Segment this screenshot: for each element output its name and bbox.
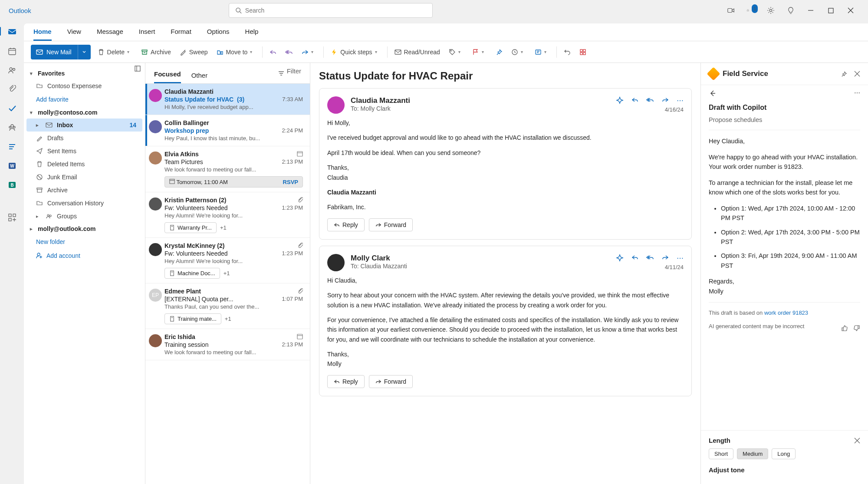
new-folder-link[interactable]: New folder bbox=[24, 235, 145, 249]
msg-forward-icon[interactable] bbox=[662, 254, 669, 262]
length-short[interactable]: Short bbox=[709, 448, 733, 459]
folder-groups[interactable]: ▸Groups bbox=[24, 210, 145, 223]
panel-pin-icon[interactable] bbox=[841, 71, 847, 77]
msg-forward-icon[interactable] bbox=[662, 96, 669, 105]
rail-apps-icon[interactable] bbox=[8, 214, 16, 221]
archive-button[interactable]: Archive bbox=[139, 49, 173, 56]
account-header-0[interactable]: ▾molly@contoso.com bbox=[24, 106, 145, 119]
forward-button[interactable]: Forward bbox=[369, 218, 413, 231]
search-box[interactable] bbox=[229, 3, 433, 18]
folder-sent-items[interactable]: Sent Items bbox=[24, 145, 145, 158]
msg-reply-all-icon[interactable] bbox=[646, 254, 654, 262]
forward-button[interactable]: Forward bbox=[369, 375, 413, 388]
message-item[interactable]: ▸Collin BallingerWorkshop prep2:24 PMHey… bbox=[145, 115, 310, 146]
folder-junk-email[interactable]: Junk Email bbox=[24, 171, 145, 184]
message-item[interactable]: Kristin Patternson (2)Fw: Volunteers Nee… bbox=[145, 192, 310, 238]
msg-reply-all-icon[interactable] bbox=[646, 96, 654, 105]
rail-bookings-icon[interactable]: B bbox=[8, 181, 16, 189]
length-close-icon[interactable] bbox=[854, 438, 860, 444]
rail-todo-icon[interactable] bbox=[8, 104, 16, 113]
minimize-icon[interactable] bbox=[806, 6, 815, 15]
rail-word-icon[interactable]: W bbox=[8, 161, 16, 170]
tab-format[interactable]: Format bbox=[171, 28, 191, 41]
flag-icon[interactable]: ▾ bbox=[470, 49, 489, 56]
tag-icon[interactable]: ▾ bbox=[447, 49, 465, 56]
msg-reply-icon[interactable] bbox=[631, 254, 638, 262]
move-to-button[interactable]: Move to▾ bbox=[215, 49, 257, 56]
rail-contacts-icon[interactable] bbox=[8, 123, 16, 132]
svg-point-14 bbox=[10, 68, 12, 70]
pin-icon[interactable] bbox=[494, 49, 504, 56]
folder-drafts[interactable]: Drafts bbox=[24, 132, 145, 145]
svg-point-15 bbox=[13, 69, 15, 71]
undo-icon[interactable] bbox=[562, 49, 572, 56]
maximize-icon[interactable] bbox=[826, 6, 835, 15]
length-medium[interactable]: Medium bbox=[737, 448, 768, 459]
message-item[interactable]: Krystal McKinney (2)Fw: Volunteers Neede… bbox=[145, 238, 310, 283]
tab-other[interactable]: Other bbox=[191, 72, 208, 83]
notifications-icon[interactable]: 1 bbox=[746, 6, 755, 15]
panel-more-icon[interactable]: ⋯ bbox=[854, 89, 860, 97]
filter-button[interactable]: Filter bbox=[278, 67, 301, 83]
delete-button[interactable]: Delete▾ bbox=[96, 49, 134, 56]
message-item[interactable]: ▸Claudia MazzantiStatus Update for HVAC … bbox=[145, 84, 310, 115]
svg-rect-41 bbox=[46, 123, 52, 127]
folder-contoso[interactable]: Contoso Expensese bbox=[24, 79, 145, 92]
folder-deleted-items[interactable]: Deleted Items bbox=[24, 158, 145, 171]
thumbs-down-icon[interactable] bbox=[853, 325, 860, 332]
read-unread-button[interactable]: Read/Unread bbox=[393, 49, 442, 56]
tab-insert[interactable]: Insert bbox=[139, 28, 155, 41]
tab-options[interactable]: Options bbox=[207, 28, 230, 41]
rail-bar-icon[interactable] bbox=[8, 142, 16, 151]
reply-all-icon[interactable] bbox=[283, 49, 295, 56]
rail-calendar-icon[interactable] bbox=[8, 47, 16, 56]
panel-back-icon[interactable] bbox=[709, 89, 717, 97]
rail-files-icon[interactable] bbox=[8, 85, 16, 94]
field-service-logo bbox=[707, 67, 720, 80]
message-item[interactable]: EPEdmee Plant[EXTERNAL] Quota per...1:07… bbox=[145, 283, 310, 329]
account-header-1[interactable]: ▸molly@outlook.com bbox=[24, 223, 145, 235]
thumbs-up-icon[interactable] bbox=[841, 325, 848, 332]
reply-button[interactable]: Reply bbox=[327, 218, 365, 231]
addins-icon[interactable] bbox=[578, 49, 588, 56]
forward-icon[interactable]: ▾ bbox=[300, 49, 318, 56]
add-favorite-link[interactable]: Add favorite bbox=[24, 92, 145, 106]
snooze-icon[interactable]: ▾ bbox=[510, 49, 528, 56]
reply-button[interactable]: Reply bbox=[327, 375, 365, 388]
reply-icon[interactable] bbox=[268, 49, 278, 56]
tab-message[interactable]: Message bbox=[97, 28, 123, 41]
favorites-header[interactable]: ▾Favorites bbox=[24, 67, 145, 79]
add-account-link[interactable]: Add account bbox=[24, 249, 145, 263]
folder-archive[interactable]: Archive bbox=[24, 184, 145, 197]
new-mail-dropdown[interactable] bbox=[78, 45, 91, 59]
new-mail-button[interactable]: New Mail bbox=[31, 45, 91, 59]
rules-icon[interactable]: ▾ bbox=[533, 49, 551, 56]
panel-close-icon[interactable] bbox=[854, 71, 860, 77]
message-item[interactable]: Elvia AtkinsTeam Pictures2:13 PMWe look … bbox=[145, 146, 310, 192]
search-input[interactable] bbox=[245, 7, 426, 14]
rail-people-icon[interactable] bbox=[8, 66, 16, 75]
rail-mail-icon[interactable] bbox=[7, 27, 17, 36]
tab-help[interactable]: Help bbox=[245, 28, 259, 41]
folder-inbox[interactable]: ▸Inbox14 bbox=[26, 119, 142, 132]
msg-reply-icon[interactable] bbox=[631, 96, 638, 105]
close-icon[interactable] bbox=[846, 6, 855, 15]
settings-icon[interactable] bbox=[766, 6, 775, 15]
tab-view[interactable]: View bbox=[67, 28, 81, 41]
tab-focused[interactable]: Focused bbox=[154, 70, 181, 83]
msg-more-icon[interactable]: ⋯ bbox=[677, 96, 684, 105]
copilot-icon[interactable] bbox=[616, 96, 624, 105]
meet-now-icon[interactable] bbox=[727, 6, 735, 15]
tab-home[interactable]: Home bbox=[33, 28, 52, 41]
svg-point-18 bbox=[13, 126, 15, 128]
copilot-icon[interactable] bbox=[616, 254, 624, 262]
tips-icon[interactable] bbox=[786, 6, 795, 15]
quick-steps-button[interactable]: Quick steps▾ bbox=[329, 49, 381, 56]
length-long[interactable]: Long bbox=[772, 448, 796, 459]
sweep-button[interactable]: Sweep bbox=[178, 49, 210, 56]
collapse-folders-icon[interactable] bbox=[135, 66, 141, 72]
message-item[interactable]: Eric IshidaTraining session2:13 PMWe loo… bbox=[145, 329, 310, 360]
folder-conversation-history[interactable]: Conversation History bbox=[24, 197, 145, 210]
work-order-link[interactable]: work order 91823 bbox=[764, 309, 808, 316]
msg-more-icon[interactable]: ⋯ bbox=[677, 254, 684, 262]
